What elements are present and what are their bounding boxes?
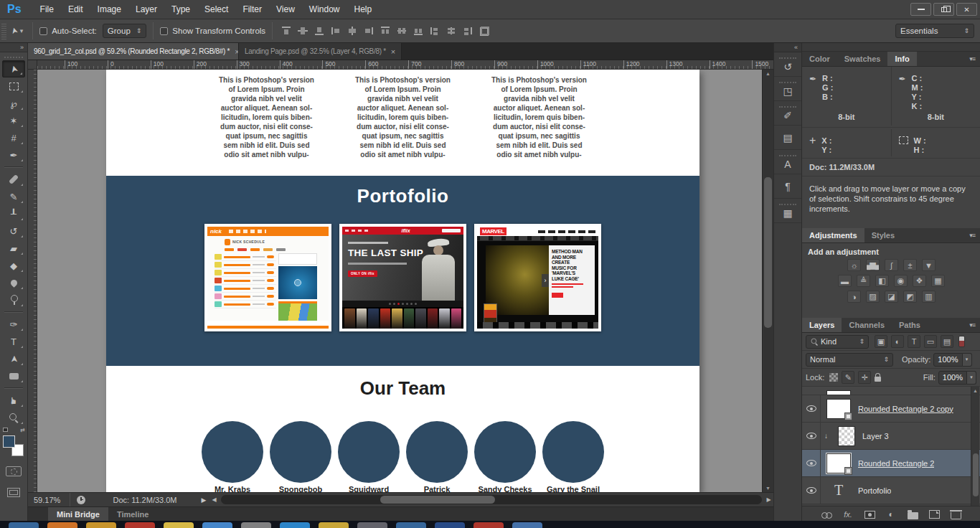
options-bar-gripper[interactable] bbox=[1, 22, 6, 39]
eyedropper-icon[interactable]: ✒ bbox=[809, 74, 816, 111]
menu-edit[interactable]: Edit bbox=[61, 0, 90, 19]
menu-select[interactable]: Select bbox=[197, 0, 235, 19]
panel-menu-icon[interactable]: ▾≡ bbox=[964, 318, 980, 332]
auto-select-checkbox[interactable] bbox=[39, 27, 47, 35]
tab-channels[interactable]: Channels bbox=[842, 318, 892, 332]
lock-transparent-pixels-icon[interactable] bbox=[829, 373, 838, 382]
taskbar-app-icon[interactable] bbox=[9, 522, 39, 528]
character-panel-button[interactable]: A bbox=[774, 150, 801, 174]
visibility-eye-icon[interactable] bbox=[806, 433, 816, 439]
ruler-corner[interactable] bbox=[28, 60, 37, 69]
tool-preset-dropdown-icon[interactable]: ▾ bbox=[20, 27, 24, 34]
close-button[interactable]: ✕ bbox=[956, 3, 977, 16]
distribute-left-edges-button[interactable] bbox=[429, 26, 440, 36]
channel-mixer-icon[interactable]: ❖ bbox=[913, 275, 926, 287]
kind-filter-dropdown[interactable]: Kind ⇕ bbox=[806, 335, 869, 349]
levels-icon[interactable]: ▄▆▄ bbox=[866, 259, 880, 271]
3d-panel-button[interactable]: ◳ bbox=[774, 77, 801, 101]
healing-brush-tool[interactable] bbox=[2, 171, 25, 188]
layer-name[interactable]: Portofolio bbox=[858, 486, 891, 495]
align-bottom-edges-button[interactable] bbox=[314, 26, 325, 36]
scroll-right-icon[interactable]: ▶ bbox=[764, 496, 773, 503]
horizontal-scrollbar[interactable] bbox=[221, 495, 762, 504]
layer-style-button[interactable]: fx. bbox=[843, 509, 854, 520]
workspace-switcher[interactable]: Essentials ⇕ bbox=[895, 24, 974, 38]
tab-color[interactable]: Color bbox=[802, 52, 837, 66]
layer-name[interactable]: Layer 3 bbox=[862, 432, 889, 440]
tab-layers[interactable]: Layers bbox=[802, 318, 842, 332]
taskbar-app-icon[interactable] bbox=[125, 522, 155, 528]
paint-bucket-tool[interactable]: ◆ bbox=[2, 257, 25, 274]
show-transform-checkbox[interactable] bbox=[160, 27, 168, 35]
distribute-vertical-centers-button[interactable] bbox=[396, 26, 407, 36]
align-left-edges-button[interactable] bbox=[330, 26, 341, 36]
layer-thumbnail[interactable] bbox=[838, 426, 855, 446]
layer-row-partial[interactable] bbox=[802, 387, 980, 395]
visibility-eye-icon[interactable] bbox=[806, 460, 816, 466]
align-top-edges-button[interactable] bbox=[281, 26, 292, 36]
vertical-scrollbar[interactable]: ▲ ▼ bbox=[762, 70, 773, 492]
close-tab-icon[interactable]: × bbox=[391, 47, 395, 56]
distribute-bottom-edges-button[interactable] bbox=[413, 26, 424, 36]
eyedropper-tool[interactable]: ✒ bbox=[2, 146, 25, 164]
taskbar-app-icon[interactable] bbox=[396, 522, 426, 528]
taskbar-app-icon[interactable] bbox=[280, 522, 310, 528]
layer-filter-toggle-icon[interactable] bbox=[958, 336, 965, 347]
invert-icon[interactable]: ◑ bbox=[847, 291, 861, 303]
fill-field[interactable]: 100% bbox=[938, 371, 967, 385]
blend-mode-dropdown[interactable]: Normal ⇕ bbox=[806, 353, 893, 367]
rectangular-marquee-tool[interactable] bbox=[2, 77, 25, 95]
vertical-ruler[interactable] bbox=[28, 70, 37, 492]
black-and-white-icon[interactable]: ◧ bbox=[875, 275, 889, 287]
hand-tool[interactable]: ☛ bbox=[2, 392, 25, 409]
auto-align-layers-button[interactable] bbox=[479, 26, 490, 36]
distribute-top-edges-button[interactable] bbox=[380, 26, 391, 36]
layers-scrollbar[interactable]: ▲ bbox=[971, 387, 979, 506]
screen-mode-button[interactable] bbox=[7, 488, 20, 497]
path-selection-tool[interactable]: ➤ bbox=[2, 350, 25, 367]
blur-tool[interactable] bbox=[2, 274, 25, 291]
vibrance-icon[interactable]: ▼ bbox=[922, 259, 936, 271]
opacity-field[interactable]: 100% bbox=[933, 353, 962, 367]
link-layers-button[interactable] bbox=[821, 509, 832, 520]
auto-select-scope-dropdown[interactable]: Group ⇕ bbox=[103, 24, 147, 38]
new-layer-button[interactable] bbox=[929, 510, 940, 519]
minimize-button[interactable] bbox=[910, 3, 931, 16]
gradient-map-icon[interactable]: ◩ bbox=[903, 291, 917, 303]
canvas[interactable]: This is Photoshop's version of Lorem Ips… bbox=[106, 70, 699, 492]
new-group-button[interactable] bbox=[908, 512, 918, 519]
color-balance-icon[interactable]: ≜ bbox=[857, 275, 870, 287]
delete-layer-button[interactable] bbox=[951, 512, 961, 519]
tab-mini-bridge[interactable]: Mini Bridge bbox=[48, 507, 108, 521]
distribute-right-edges-button[interactable] bbox=[462, 26, 473, 36]
menu-view[interactable]: View bbox=[269, 0, 302, 19]
zoom-level-field[interactable]: 59.17% bbox=[28, 496, 70, 504]
lock-all-icon[interactable] bbox=[875, 377, 881, 382]
lasso-tool[interactable]: ℘ bbox=[2, 95, 25, 112]
brightness-contrast-icon[interactable]: ☼ bbox=[847, 259, 861, 271]
eyedropper-icon[interactable]: ✒ bbox=[899, 74, 906, 111]
hue-saturation-icon[interactable]: ▬ bbox=[838, 275, 852, 287]
tab-adjustments[interactable]: Adjustments bbox=[802, 228, 864, 242]
lock-position-icon[interactable]: ✛ bbox=[858, 371, 871, 384]
taskbar-app-icon[interactable] bbox=[241, 522, 271, 528]
align-right-edges-button[interactable] bbox=[363, 26, 374, 36]
filter-adjustment-layers-icon[interactable]: ◐ bbox=[891, 335, 904, 348]
taskbar-app-icon[interactable] bbox=[473, 522, 504, 528]
magic-wand-tool[interactable]: ✶ bbox=[2, 112, 25, 129]
taskbar-app-icon[interactable] bbox=[357, 522, 387, 528]
tools-collapse-button[interactable]: » bbox=[0, 43, 27, 52]
zoom-tool[interactable] bbox=[2, 409, 25, 426]
layer-name[interactable]: Rounded Rectangle 2 bbox=[858, 459, 934, 468]
layer-row[interactable]: ↓Layer 3 bbox=[802, 423, 980, 450]
layer-name[interactable]: Rounded Rectangle 2 copy bbox=[858, 405, 953, 413]
photo-filter-icon[interactable]: ◉ bbox=[894, 275, 908, 287]
tab-paths[interactable]: Paths bbox=[892, 318, 928, 332]
dock-collapse-button[interactable]: « bbox=[774, 43, 801, 52]
eraser-tool[interactable]: ▰ bbox=[2, 240, 25, 257]
opacity-dropdown-icon[interactable]: ▾ bbox=[963, 353, 972, 367]
pen-tool[interactable]: ✑ bbox=[2, 316, 25, 333]
add-layer-mask-button[interactable] bbox=[864, 511, 875, 519]
quick-mask-button[interactable] bbox=[6, 466, 22, 476]
curves-icon[interactable]: ∫ bbox=[885, 259, 898, 271]
